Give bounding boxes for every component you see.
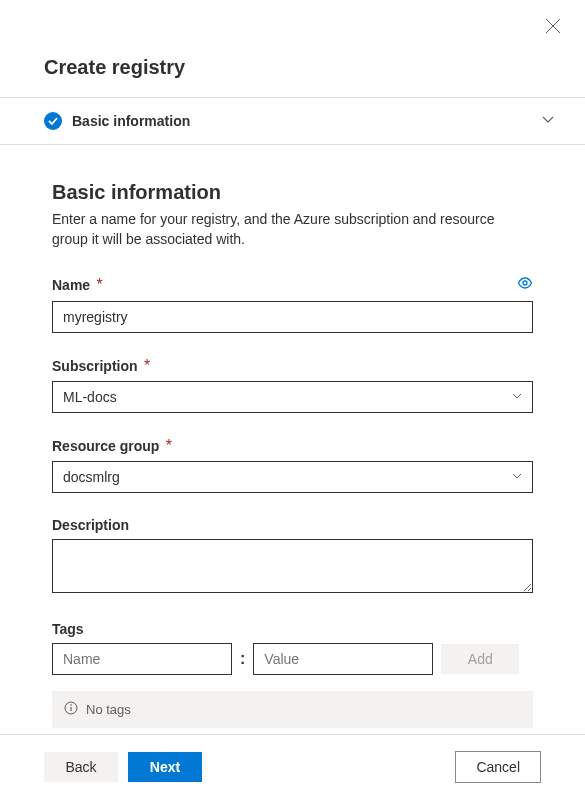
subscription-value[interactable] xyxy=(52,381,533,413)
form-heading: Basic information xyxy=(52,181,533,204)
section-title: Basic information xyxy=(72,113,190,129)
resource-group-select[interactable] xyxy=(52,461,533,493)
footer: Back Next Cancel xyxy=(0,734,585,803)
eye-icon[interactable] xyxy=(517,275,533,295)
required-indicator: * xyxy=(166,437,172,454)
field-name: Name * xyxy=(52,275,533,333)
back-button[interactable]: Back xyxy=(44,752,118,782)
section-header-left: Basic information xyxy=(44,112,190,130)
description-label: Description xyxy=(52,517,129,533)
next-button[interactable]: Next xyxy=(128,752,202,782)
no-tags-message: No tags xyxy=(52,691,533,728)
resource-group-value[interactable] xyxy=(52,461,533,493)
name-input[interactable] xyxy=(52,301,533,333)
required-indicator: * xyxy=(144,357,150,374)
checkmark-circle-icon xyxy=(44,112,62,130)
field-resource-group: Resource group * xyxy=(52,437,533,493)
page-title: Create registry xyxy=(44,56,559,79)
chevron-down-icon xyxy=(541,112,555,130)
tag-name-input[interactable] xyxy=(52,643,232,675)
form-description: Enter a name for your registry, and the … xyxy=(52,210,533,249)
field-description: Description xyxy=(52,517,533,597)
svg-point-2 xyxy=(523,281,527,285)
svg-point-4 xyxy=(70,704,72,706)
panel-header: Create registry xyxy=(0,0,585,98)
tag-value-input[interactable] xyxy=(253,643,433,675)
resource-group-label: Resource group xyxy=(52,438,159,454)
add-tag-button[interactable]: Add xyxy=(441,644,519,674)
form-content: Basic information Enter a name for your … xyxy=(0,145,585,772)
close-button[interactable] xyxy=(545,18,561,34)
field-subscription: Subscription * xyxy=(52,357,533,413)
field-tags: Tags : Add No tags xyxy=(52,621,533,728)
section-basic-information[interactable]: Basic information xyxy=(0,98,585,145)
subscription-label: Subscription xyxy=(52,358,138,374)
required-indicator: * xyxy=(97,276,103,293)
info-icon xyxy=(64,701,78,718)
subscription-select[interactable] xyxy=(52,381,533,413)
description-input[interactable] xyxy=(52,539,533,593)
tags-label: Tags xyxy=(52,621,84,637)
no-tags-text: No tags xyxy=(86,702,131,717)
name-label: Name xyxy=(52,277,90,293)
close-icon xyxy=(545,18,561,34)
tag-separator: : xyxy=(240,650,245,668)
cancel-button[interactable]: Cancel xyxy=(455,751,541,783)
